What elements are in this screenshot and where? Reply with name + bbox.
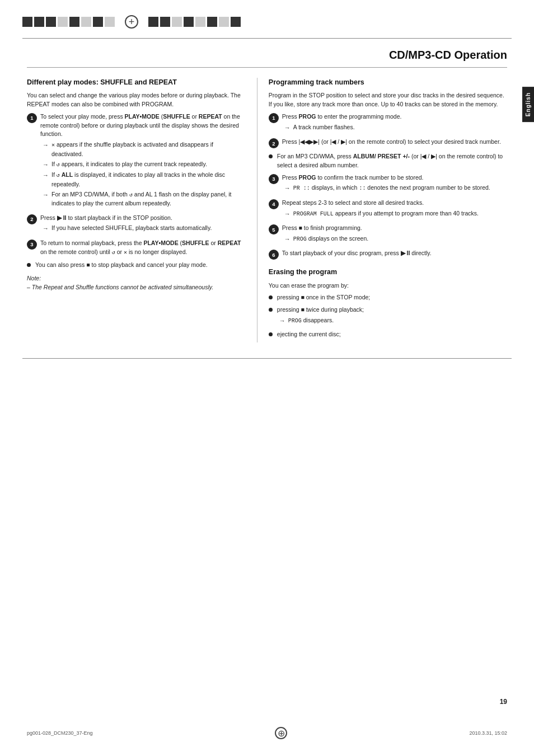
right-column: Programming track numbers Program in the… <box>257 78 507 342</box>
prog-step-2-content: Press |◀◀▶▶| (or |◀ / ▶| on the remote c… <box>282 138 507 147</box>
bullet-dot-icon <box>269 332 273 336</box>
programming-heading: Programming track numbers <box>269 78 507 87</box>
bullet-dot-icon <box>27 263 31 267</box>
also-press-bullet: You can also press ■ to stop playback an… <box>27 261 246 270</box>
step-2-note-1: → If you have selected SHUFFLE, playback… <box>40 224 246 233</box>
prog-step-2-number: 2 <box>269 138 279 148</box>
prog-step-4-content: Repeat steps 2-3 to select and store all… <box>282 199 507 220</box>
prog-step-3-note: → PR :: displays, in which :: denotes th… <box>282 184 507 193</box>
arrow-icon: → <box>284 234 291 244</box>
step-1-number: 1 <box>27 113 37 123</box>
erase-bullet-2-text: pressing ■ twice during playback; → PROG… <box>277 306 507 327</box>
prog-step-4-row: 4 Repeat steps 2-3 to select and store a… <box>269 199 507 220</box>
language-tab: English <box>522 87 534 122</box>
page-number-area: 19 <box>500 698 507 706</box>
bar-block <box>105 17 115 27</box>
footer-right-text: 2010.3.31, 15:02 <box>469 730 507 736</box>
bar-block <box>219 17 229 27</box>
step-1-note-4-text: For an MP3 CD/WMA, if both ↺ and AL 1 fl… <box>51 190 246 208</box>
prog-step-4-note-text: PROGRAM FULL appears if you attempt to p… <box>293 209 479 219</box>
top-decorative-bar <box>0 0 534 34</box>
step-1-note-2: → If ↺ appears, it indicates to play the… <box>40 160 246 170</box>
arrow-icon: → <box>284 209 291 219</box>
step-1-note-1: → ✕ appears if the shuffle playback is a… <box>40 140 246 158</box>
bullet-dot-icon <box>269 308 273 312</box>
bullet-dot-icon <box>269 154 273 158</box>
mp3-album-text: For an MP3 CD/WMA, press ALBUM/ PRESET +… <box>277 152 507 170</box>
bar-block <box>81 17 91 27</box>
bar-block <box>22 17 32 27</box>
content-area: Different play modes: SHUFFLE and REPEAT… <box>0 68 534 354</box>
shuffle-repeat-heading: Different play modes: SHUFFLE and REPEAT <box>27 78 246 87</box>
bar-block <box>93 17 103 27</box>
prog-step-5-note-text: PROG displays on the screen. <box>293 234 368 244</box>
footer: pg001-028_DCM230_37-Eng ⊕ 2010.3.31, 15:… <box>0 727 534 739</box>
step-2-row: 2 Press ▶ II to start playback if in the… <box>27 214 246 235</box>
prog-step-4-number: 4 <box>269 199 279 209</box>
bar-block <box>231 17 241 27</box>
erase-heading: Erasing the program <box>269 267 507 276</box>
prog-step-1-row: 1 Press PROG to enter the programming mo… <box>269 112 507 134</box>
bar-block <box>195 17 205 27</box>
prog-step-1-number: 1 <box>269 113 279 123</box>
erase-intro: You can erase the program by: <box>269 281 507 290</box>
prog-step-6-content: To start playback of your disc program, … <box>282 249 507 258</box>
page-title: CD/MP3-CD Operation <box>27 49 507 62</box>
erase-bullet-1: pressing ■ once in the STOP mode; <box>269 293 507 302</box>
step-3-row: 3 To return to normal playback, press th… <box>27 239 246 257</box>
left-column: Different play modes: SHUFFLE and REPEAT… <box>27 78 257 342</box>
shuffle-repeat-intro: You can select and change the various pl… <box>27 91 246 109</box>
arrow-icon: → <box>279 316 285 326</box>
arrow-icon: → <box>43 171 49 180</box>
prog-step-5-number: 5 <box>269 224 279 234</box>
step-1-note-3-text: If ↺ ALL is displayed, it indicates to p… <box>51 171 246 189</box>
left-bar-blocks <box>22 17 115 27</box>
bar-block <box>58 17 68 27</box>
step-3-content: To return to normal playback, press the … <box>40 239 246 257</box>
erase-bullet-3: ejecting the current disc; <box>269 330 507 339</box>
bar-block <box>160 17 170 27</box>
footer-left-text: pg001-028_DCM230_37-Eng <box>27 730 93 736</box>
step-2-number: 2 <box>27 214 37 224</box>
step-1-note-4: → For an MP3 CD/WMA, if both ↺ and AL 1 … <box>40 190 246 208</box>
step-1-note-2-text: If ↺ appears, it indicates to play the c… <box>51 160 207 170</box>
step-1-row: 1 To select your play mode, press PLAY•M… <box>27 112 246 210</box>
prog-step-3-content: Press PROG to confirm the track number t… <box>282 173 507 195</box>
arrow-icon: → <box>284 184 291 193</box>
footer-crosshair-icon: ⊕ <box>275 727 287 739</box>
prog-step-4-note: → PROGRAM FULL appears if you attempt to… <box>282 209 507 219</box>
erase-bullet-2: pressing ■ twice during playback; → PROG… <box>269 306 507 327</box>
bar-block <box>46 17 56 27</box>
prog-step-5-note: → PROG displays on the screen. <box>282 234 507 244</box>
bottom-rule <box>22 358 512 359</box>
arrow-icon: → <box>43 190 49 200</box>
prog-step-3-number: 3 <box>269 174 279 184</box>
programming-intro: Program in the STOP position to select a… <box>269 91 507 109</box>
prog-step-1-content: Press PROG to enter the programming mode… <box>282 112 507 134</box>
mp3-album-bullet: For an MP3 CD/WMA, press ALBUM/ PRESET +… <box>269 152 507 170</box>
note-label: Note: <box>27 275 246 281</box>
bar-block <box>69 17 79 27</box>
bullet-dot-icon <box>269 295 273 299</box>
step-2-content: Press ▶ II to start playback if in the S… <box>40 214 246 235</box>
bar-block <box>184 17 194 27</box>
arrow-icon: → <box>43 160 49 170</box>
also-press-text: You can also press ■ to stop playback an… <box>35 261 246 270</box>
arrow-icon: → <box>43 140 49 150</box>
step-3-number: 3 <box>27 240 37 250</box>
page-title-area: CD/MP3-CD Operation <box>0 39 534 65</box>
prog-step-5-row: 5 Press ■ to finish programming. → PROG … <box>269 224 507 245</box>
page: English CD/MP3-CD Operation Different pl… <box>0 0 534 756</box>
right-bar-blocks <box>148 17 241 27</box>
arrow-icon: → <box>43 224 49 233</box>
bar-block <box>207 17 217 27</box>
page-number: 19 <box>500 698 507 706</box>
erase-bullet-3-text: ejecting the current disc; <box>277 330 507 339</box>
prog-step-6-row: 6 To start playback of your disc program… <box>269 249 507 260</box>
erase-bullet-1-text: pressing ■ once in the STOP mode; <box>277 293 507 302</box>
bar-block <box>34 17 44 27</box>
arrow-icon: → <box>284 123 291 133</box>
note-text: – The Repeat and Shuffle functions canno… <box>27 283 246 292</box>
erase-bullet-2-note-text: PROG disappears. <box>288 316 334 326</box>
step-1-note-1-text: ✕ appears if the shuffle playback is act… <box>51 140 246 158</box>
